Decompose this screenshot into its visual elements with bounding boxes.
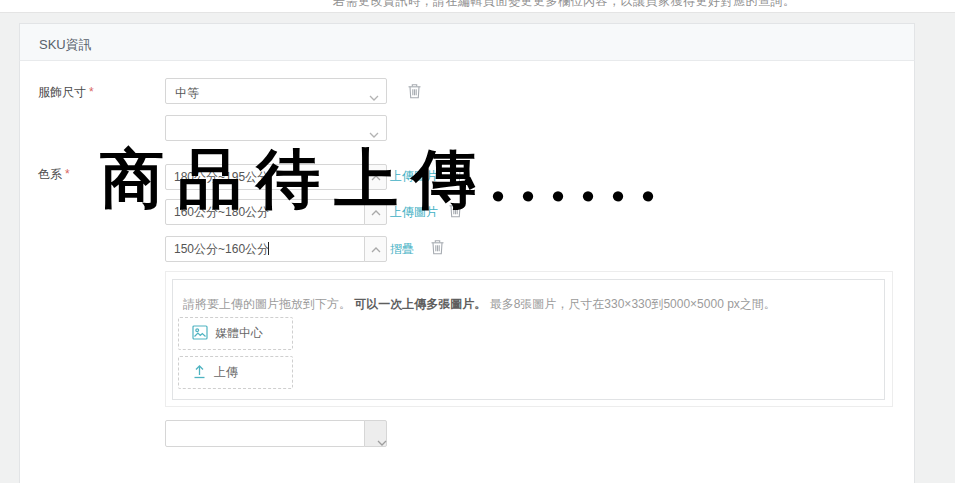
delete-color-button-3[interactable] xyxy=(429,239,446,257)
notice-text: 若需更改資訊時，請在編輯頁面變更更多欄位內容，以讓買家獲得更好對應的查詢。 xyxy=(333,0,796,10)
trash-icon xyxy=(407,87,422,102)
sku-panel-header: SKU資訊 xyxy=(19,23,915,61)
collapse-link-3[interactable]: 摺疊 xyxy=(390,241,414,258)
chevron-down-icon xyxy=(369,125,379,143)
upload-image-link-1[interactable]: 上傳圖片 xyxy=(390,168,438,185)
extra-variant-input[interactable] xyxy=(165,420,365,447)
text-cursor xyxy=(268,242,269,255)
collapse-toggle-3[interactable] xyxy=(364,236,387,262)
trash-icon xyxy=(430,243,445,258)
delete-size-button[interactable] xyxy=(406,83,423,101)
upload-hint-plain: 請將要上傳的圖片拖放到下方。 xyxy=(183,297,354,311)
delete-color-button-1[interactable] xyxy=(447,167,464,185)
required-asterisk: * xyxy=(89,85,94,99)
clothing-size-select-secondary[interactable] xyxy=(165,115,387,141)
collapse-toggle-1[interactable] xyxy=(364,164,387,190)
upload-image-link-2[interactable]: 上傳圖片 xyxy=(390,204,438,221)
delete-color-button-2[interactable] xyxy=(447,202,464,220)
clothing-size-label: 服飾尺寸* xyxy=(38,84,94,101)
trash-icon xyxy=(448,206,463,221)
sku-panel xyxy=(19,23,915,483)
trash-icon xyxy=(448,171,463,186)
upload-hint-rest: 最多8張圖片，尺寸在330×330到5000×5000 px之間。 xyxy=(486,297,775,311)
page: 若需更改資訊時，請在編輯頁面變更更多欄位內容，以讓買家獲得更好對應的查詢。 SK… xyxy=(0,0,955,483)
chevron-down-icon xyxy=(369,88,379,106)
upload-button-label: 上傳 xyxy=(214,364,238,381)
upload-hint-bold: 可以一次上傳多張圖片。 xyxy=(354,297,486,311)
media-center-label: 媒體中心 xyxy=(215,325,263,342)
clothing-size-select[interactable]: 中等 xyxy=(165,78,387,104)
upload-icon xyxy=(192,364,207,382)
clothing-size-select-value: 中等 xyxy=(175,85,199,102)
upload-hint: 請將要上傳的圖片拖放到下方。 可以一次上傳多張圖片。 最多8張圖片，尺寸在330… xyxy=(183,296,776,313)
collapse-toggle-2[interactable] xyxy=(364,199,387,225)
color-variant-input-1[interactable] xyxy=(165,164,365,190)
color-label: 色系* xyxy=(38,166,70,183)
extra-variant-dropdown-toggle[interactable] xyxy=(364,420,387,447)
notice-bar: 若需更改資訊時，請在編輯頁面變更更多欄位內容，以讓買家獲得更好對應的查詢。 xyxy=(0,0,955,13)
media-center-button[interactable]: 媒體中心 xyxy=(178,317,293,350)
color-variant-input-3[interactable] xyxy=(165,236,365,262)
required-asterisk: * xyxy=(65,167,70,181)
color-variant-input-2[interactable] xyxy=(165,199,365,225)
upload-button[interactable]: 上傳 xyxy=(178,356,293,389)
image-icon xyxy=(192,325,208,343)
panel-title: SKU資訊 xyxy=(39,36,92,54)
